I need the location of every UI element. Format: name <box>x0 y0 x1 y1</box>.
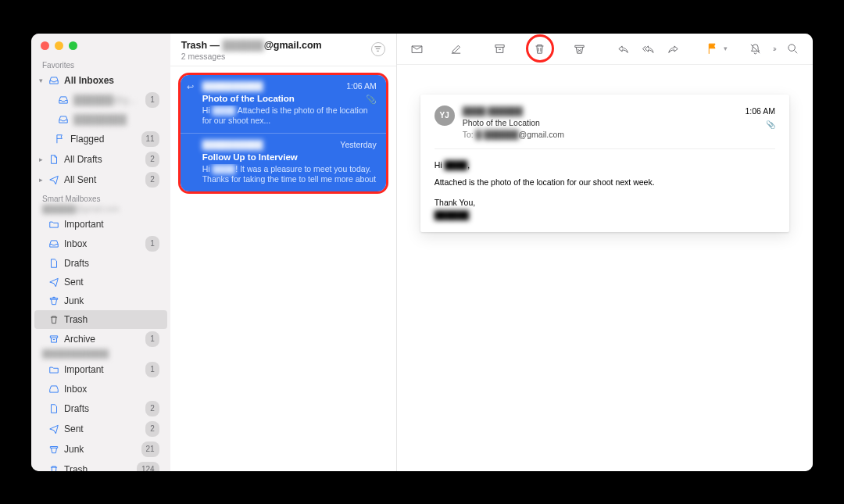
sidebar-item-drafts[interactable]: Drafts <box>34 254 167 273</box>
folder-icon <box>48 219 59 230</box>
close-window-button[interactable] <box>41 41 49 50</box>
more-toolbar-button[interactable]: ›› <box>773 44 775 53</box>
preview-text: Hi <box>202 164 213 173</box>
forward-button[interactable] <box>663 38 685 59</box>
selected-messages-highlight: ↩ ██████████ 1:06 AM 📎 Photo of the Loca… <box>178 73 388 194</box>
to-line: To: █ ██████@gmail.com <box>463 129 738 141</box>
count-badge: 11 <box>141 131 159 147</box>
sidebar-item-label: Sent <box>64 275 159 289</box>
message-preview: Hi ████ Attached is the photo of the loc… <box>202 105 377 126</box>
sidebar-item-label: Trash <box>64 463 132 471</box>
mailbox-title-prefix: Trash — <box>181 40 223 51</box>
flag-icon <box>55 134 66 145</box>
message-row[interactable]: ↩ ██████████ 1:06 AM 📎 Photo of the Loca… <box>181 75 386 133</box>
junk-icon <box>48 295 59 306</box>
archive-icon <box>48 334 59 345</box>
message-row[interactable]: ██████████ Yesterday Follow Up to Interv… <box>181 133 386 191</box>
preview-subject: Photo of the Location <box>463 117 738 129</box>
attachment-icon: 📎 <box>366 94 377 105</box>
chevron-right-icon[interactable]: ▸ <box>38 173 44 187</box>
sidebar-item-label: Inbox <box>64 237 141 251</box>
toolbar: ▾ ›› <box>397 34 813 65</box>
document-icon <box>48 403 59 414</box>
chevron-down-icon[interactable]: ▾ <box>38 73 44 88</box>
preview-redacted: ████ <box>213 164 236 173</box>
message-time: Yesterday <box>340 139 376 150</box>
junk-button[interactable] <box>569 38 591 59</box>
sent-icon <box>48 174 59 185</box>
sidebar-item-label: ████████ <box>73 113 159 127</box>
message-list-header: Trash — ██████@gmail.com 2 messages <box>170 34 396 66</box>
sidebar-item-sub-inbox-2[interactable]: ████████ <box>34 110 167 129</box>
minimize-window-button[interactable] <box>55 41 63 50</box>
sidebar-item-label: All Sent <box>64 173 141 187</box>
reply-indicator-icon: ↩ <box>187 81 194 92</box>
reply-all-button[interactable] <box>638 38 660 59</box>
sidebar-item-junk[interactable]: Junk <box>34 291 167 310</box>
archive-button[interactable] <box>489 38 511 59</box>
inbox-icon <box>48 75 59 86</box>
sidebar-item-all-sent[interactable]: ▸ All Sent 2 <box>34 170 167 190</box>
reply-button[interactable] <box>613 38 635 59</box>
sidebar-item-junk-2[interactable]: Junk 21 <box>34 439 167 459</box>
message-list-column: Trash — ██████@gmail.com 2 messages ↩ ██… <box>170 34 397 471</box>
sidebar-item-flagged[interactable]: Flagged 11 <box>34 129 167 149</box>
sidebar-item-archive[interactable]: Archive 1 <box>34 329 167 349</box>
sidebar-item-inbox[interactable]: Inbox 1 <box>34 234 167 254</box>
sidebar-item-all-drafts[interactable]: ▸ All Drafts 2 <box>34 149 167 170</box>
message-body: Hi ████, Attached is the photo of the lo… <box>435 159 775 221</box>
inbox-icon <box>48 238 59 249</box>
sidebar-item-all-inboxes[interactable]: ▾ All Inboxes <box>34 71 167 90</box>
inbox-icon <box>58 95 69 105</box>
message-header: YJ ████ ██████ Photo of the Location To:… <box>435 105 775 149</box>
delete-button[interactable] <box>528 37 552 60</box>
sidebar-item-sent[interactable]: Sent <box>34 273 167 291</box>
message-sender: ██████████ <box>202 80 263 91</box>
sidebar-item-important[interactable]: Important <box>34 215 167 234</box>
svg-point-0 <box>788 44 795 51</box>
body-text: Hi <box>435 160 445 170</box>
sidebar-item-trash[interactable]: Trash <box>34 310 167 329</box>
compose-button[interactable] <box>445 38 467 59</box>
inbox-icon <box>58 114 69 125</box>
mute-button[interactable] <box>745 38 767 59</box>
sidebar-item-sent-2[interactable]: Sent 2 <box>34 419 167 439</box>
folder-icon <box>48 364 59 375</box>
mailbox-title-account: ██████ <box>222 40 263 51</box>
sidebar-item-label: All Drafts <box>64 152 141 166</box>
sidebar-item-label: All Inboxes <box>64 73 159 88</box>
window-controls <box>31 34 170 56</box>
mark-read-button[interactable] <box>406 38 428 59</box>
search-button[interactable] <box>781 38 803 59</box>
flag-dropdown-caret[interactable]: ▾ <box>724 45 728 52</box>
count-badge: 1 <box>145 236 159 252</box>
sidebar-item-label: Drafts <box>64 256 159 270</box>
sidebar-item-important-2[interactable]: Important 1 <box>34 359 167 380</box>
favorites-section-title: Favorites <box>31 56 170 71</box>
sidebar-item-inbox-2[interactable]: Inbox <box>34 380 167 399</box>
preview-time: 1:06 AM <box>745 105 775 117</box>
mailbox-title-suffix: @gmail.com <box>264 40 322 51</box>
message-subject: Photo of the Location <box>202 93 377 104</box>
sent-icon <box>48 277 59 288</box>
sidebar-item-trash-2[interactable]: Trash 124 <box>34 459 167 471</box>
sidebar-item-drafts-2[interactable]: Drafts 2 <box>34 399 167 419</box>
body-signature: ██████ <box>435 209 775 221</box>
from-name: ████ ██████ <box>463 105 738 117</box>
junk-icon <box>48 444 59 455</box>
message-count: 2 messages <box>181 52 322 61</box>
mailbox-title: Trash — ██████@gmail.com <box>181 40 322 51</box>
to-suffix: @gmail.com <box>519 130 565 139</box>
account-section-title-1: ██████@gmail.com <box>31 205 170 215</box>
sidebar-item-label: Inbox <box>64 382 159 396</box>
count-badge: 2 <box>145 172 159 188</box>
chevron-right-icon[interactable]: ▸ <box>38 152 44 166</box>
fullscreen-window-button[interactable] <box>69 41 77 50</box>
filter-button[interactable] <box>371 42 385 56</box>
preview-pane: ▾ ›› YJ ████ ██████ Photo of the Locatio… <box>397 34 813 471</box>
sidebar-item-label: Drafts <box>64 402 141 416</box>
message-card: YJ ████ ██████ Photo of the Location To:… <box>420 95 789 232</box>
message-preview: Hi ████! It was a pleasure to meet you t… <box>202 164 377 184</box>
sidebar-item-sub-inbox-1[interactable]: ██████@g... 1 <box>34 90 167 110</box>
flag-button[interactable] <box>702 38 724 59</box>
